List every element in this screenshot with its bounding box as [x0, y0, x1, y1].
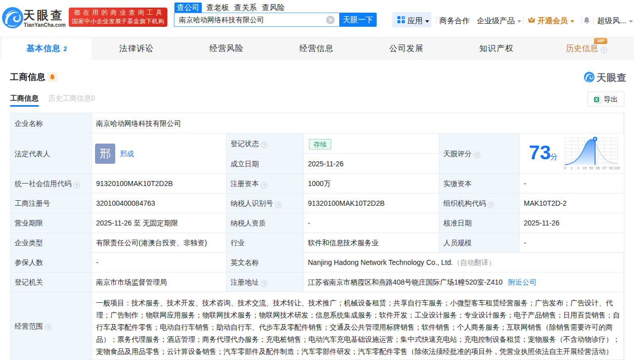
svg-text:99: 99 [609, 166, 613, 170]
svg-text:3: 3 [577, 166, 579, 170]
svg-text:97: 97 [603, 166, 607, 170]
svg-text:85: 85 [596, 166, 600, 170]
svg-text:100: 100 [614, 166, 620, 170]
svg-text:0: 0 [564, 166, 566, 170]
svg-text:15: 15 [583, 166, 587, 170]
svg-text:1: 1 [571, 166, 573, 170]
svg-text:50: 50 [590, 166, 594, 170]
